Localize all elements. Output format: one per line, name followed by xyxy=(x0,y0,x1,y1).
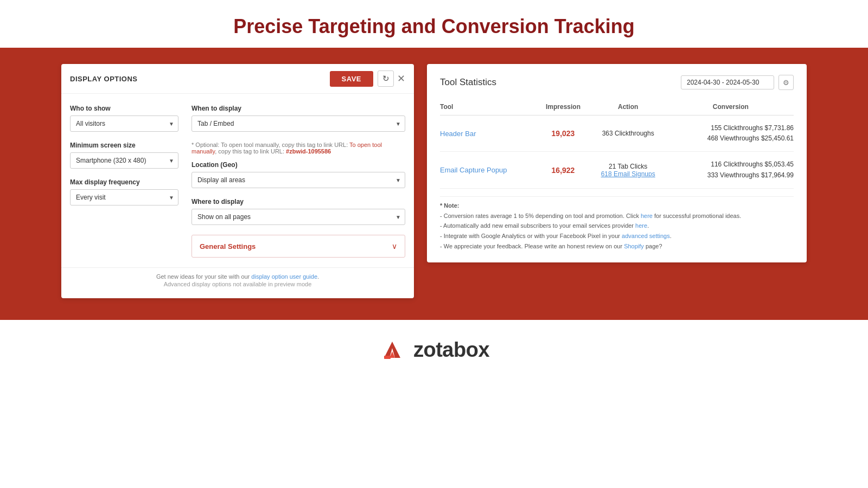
header-bar-impression: 19,023 xyxy=(552,129,575,138)
footer-text: Get new ideas for your site with our dis… xyxy=(70,273,405,280)
refresh-button[interactable]: ↻ xyxy=(378,70,394,87)
where-to-display-wrapper: Show on all pages Specific pages ▼ xyxy=(192,209,405,225)
where-to-display-select[interactable]: Show on all pages Specific pages xyxy=(192,209,405,225)
save-button[interactable]: SAVE xyxy=(330,71,373,87)
min-screen-select[interactable]: Smartphone (320 x 480) Tablet (768 x 102… xyxy=(70,152,178,169)
table-row: Header Bar 19,023 363 Clickthroughs 155 … xyxy=(440,115,794,152)
advanced-settings-link[interactable]: advanced settings xyxy=(622,233,670,239)
location-geo-wrapper: Display all areas Specific countries ▼ xyxy=(192,172,405,188)
right-column: When to display Tab / Embed Immediately … xyxy=(192,105,405,258)
col-header-impression: Impression xyxy=(538,99,588,115)
page-header: Precise Targeting and Conversion Trackin… xyxy=(0,0,868,48)
shopify-link[interactable]: Shopify xyxy=(624,243,644,249)
max-freq-label: Max display frequency xyxy=(70,178,178,186)
when-to-display-label: When to display xyxy=(192,105,405,112)
zotabox-logo-icon xyxy=(379,336,406,363)
optional-text: * Optional: To open tool manually, copy … xyxy=(192,142,405,155)
bottom-section: zotabox xyxy=(0,320,868,380)
display-options-panel: DISPLAY OPTIONS SAVE ↻ ✕ Who to show All… xyxy=(61,64,414,298)
here-link-2[interactable]: here xyxy=(635,222,647,229)
stats-title: Tool Statistics xyxy=(440,77,496,88)
panel-body: Who to show All visitors New visitors Re… xyxy=(61,94,414,263)
who-to-show-select[interactable]: All visitors New visitors Returning visi… xyxy=(70,115,178,132)
notes-list: - Conversion rates average 1 to 5% depen… xyxy=(440,211,794,252)
gear-button[interactable]: ⚙ xyxy=(778,75,794,90)
date-range-box: ⚙ xyxy=(681,75,794,90)
stats-table: Tool Impression Action Conversion Header… xyxy=(440,99,794,189)
general-settings-label: General Settings xyxy=(200,242,256,251)
email-capture-impression: 16,922 xyxy=(552,166,575,175)
when-to-display-select[interactable]: Tab / Embed Immediately After delay xyxy=(192,115,405,132)
col-header-tool: Tool xyxy=(440,99,538,115)
date-range-input[interactable] xyxy=(681,75,774,89)
note-line-3: - Integrate with Google Analytics or wit… xyxy=(440,231,794,241)
display-option-user-guide-link[interactable]: display option user guide xyxy=(251,273,317,280)
email-capture-conversion: 116 Clickthroughs $5,053.45 333 Viewthro… xyxy=(668,152,794,188)
zotabox-logo-text: zotabox xyxy=(413,338,489,362)
tag-text: #zbwid-1095586 xyxy=(286,148,331,155)
header-bar-conversion: 155 Clickthroughs $7,731.86 468 Viewthro… xyxy=(668,115,794,152)
col-header-conversion: Conversion xyxy=(668,99,794,115)
note-line-1: - Conversion rates average 1 to 5% depen… xyxy=(440,211,794,221)
location-geo-label: Location (Geo) xyxy=(192,161,405,169)
page-title: Precise Targeting and Conversion Trackin… xyxy=(0,15,868,38)
footer-note: Advanced display options not available i… xyxy=(70,281,405,287)
stats-header: Tool Statistics ⚙ xyxy=(440,75,794,90)
max-freq-wrapper: Every visit Once per session Once per da… xyxy=(70,189,178,206)
note-line-4: - We appreciate your feedback. Please wr… xyxy=(440,241,794,252)
table-row: Email Capture Popup 16,922 21 Tab Clicks… xyxy=(440,152,794,188)
max-freq-select[interactable]: Every visit Once per session Once per da… xyxy=(70,189,178,206)
left-column: Who to show All visitors New visitors Re… xyxy=(70,105,178,258)
red-section: DISPLAY OPTIONS SAVE ↻ ✕ Who to show All… xyxy=(0,48,868,320)
panel-footer: Get new ideas for your site with our dis… xyxy=(61,267,414,290)
where-to-display-label: Where to display xyxy=(192,198,405,206)
email-signups-link[interactable]: 618 Email Signups xyxy=(601,170,655,178)
note-line-2: - Automatically add new email subscriber… xyxy=(440,221,794,231)
general-settings-row[interactable]: General Settings ∨ xyxy=(192,235,405,258)
header-bar-action: 363 Clickthroughs xyxy=(589,115,668,152)
when-to-display-wrapper: Tab / Embed Immediately After delay ▼ xyxy=(192,115,405,132)
svg-rect-2 xyxy=(384,356,391,359)
panel-title: DISPLAY OPTIONS xyxy=(70,75,330,83)
who-to-show-wrapper: All visitors New visitors Returning visi… xyxy=(70,115,178,132)
chevron-down-icon: ∨ xyxy=(392,242,397,251)
header-bar-link[interactable]: Header Bar xyxy=(440,130,476,138)
who-to-show-label: Who to show xyxy=(70,105,178,112)
min-screen-wrapper: Smartphone (320 x 480) Tablet (768 x 102… xyxy=(70,152,178,169)
here-link-1[interactable]: here xyxy=(641,213,653,219)
email-capture-link[interactable]: Email Capture Popup xyxy=(440,166,507,174)
panel-header: DISPLAY OPTIONS SAVE ↻ ✕ xyxy=(61,64,414,94)
min-screen-label: Minimum screen size xyxy=(70,142,178,149)
close-button[interactable]: ✕ xyxy=(397,73,405,85)
email-capture-action: 21 Tab Clicks 618 Email Signups xyxy=(589,152,668,188)
stats-notes: * Note: - Conversion rates average 1 to … xyxy=(440,196,794,252)
notes-title: * Note: xyxy=(440,202,794,209)
location-geo-select[interactable]: Display all areas Specific countries xyxy=(192,172,405,188)
stats-panel: Tool Statistics ⚙ Tool Impression Action… xyxy=(427,64,807,262)
col-header-action: Action xyxy=(589,99,668,115)
